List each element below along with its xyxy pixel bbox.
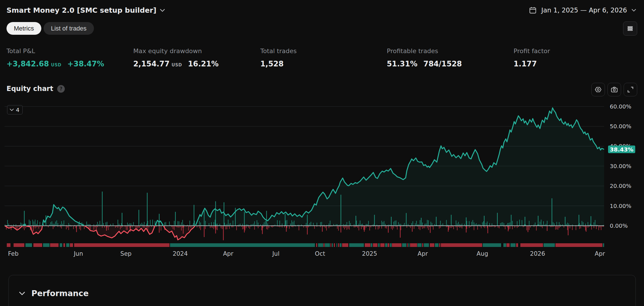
strip-short-segment [441, 243, 482, 247]
strip-long-segment [332, 243, 333, 247]
camera-icon [611, 86, 618, 93]
metric-total-trades: Total trades 1,528 [260, 47, 382, 68]
x-axis-label: 2024 [173, 250, 188, 257]
snapshot-button[interactable] [607, 83, 621, 96]
strip-short-segment [380, 243, 385, 247]
y-axis-label: 10.00% [610, 203, 631, 209]
tab-list-of-trades[interactable]: List of trades [44, 22, 94, 35]
strip-short-segment [7, 243, 10, 247]
strip-long-segment [60, 243, 63, 247]
x-axis-label: Jul [272, 250, 279, 257]
strip-short-segment [70, 243, 73, 247]
metric-unit: USD [51, 62, 61, 68]
metric-value: +3,842.68 [7, 60, 49, 68]
y-axis-label: 30.00% [610, 163, 631, 170]
chart-settings-button[interactable] [591, 83, 605, 96]
x-axis-label: 2026 [530, 250, 545, 257]
page-title: Smart Money 2.0 [SMC setup builder] [7, 6, 156, 14]
strip-long-segment [483, 243, 501, 247]
strip-long-segment [170, 243, 315, 247]
metric-label: Total trades [260, 47, 382, 55]
strip-short-segment [342, 243, 348, 247]
x-axis-label: Apr [418, 250, 428, 257]
equity-chart-header: Equity chart ? [7, 85, 65, 93]
metric-value: 1.177 [514, 60, 537, 68]
strip-long-segment [390, 243, 392, 247]
metric-value: 51.31% [387, 60, 417, 68]
strip-short-segment [422, 243, 423, 247]
strip-short-segment [388, 243, 389, 247]
y-axis-label: 60.00% [610, 103, 631, 110]
strip-short-segment [392, 243, 402, 247]
series-count-chip[interactable]: 4 [7, 105, 23, 114]
rows-menu-icon [627, 25, 634, 32]
date-range-label: Jan 1, 2025 — Apr 6, 2026 [541, 6, 627, 14]
strip-long-segment [603, 243, 604, 247]
strip-short-segment [14, 243, 24, 247]
performance-panel-title: Performance [31, 289, 89, 298]
x-axis-label: Apr [223, 250, 233, 257]
strip-long-segment [544, 243, 555, 247]
metric-unit: USD [171, 62, 182, 68]
x-axis-label: Apr [595, 250, 605, 257]
strip-short-segment [330, 243, 331, 247]
date-range-picker[interactable]: Jan 1, 2025 — Apr 6, 2026 [526, 5, 639, 16]
equity-chart-title: Equity chart [7, 85, 53, 93]
fullscreen-button[interactable] [624, 83, 637, 96]
strip-short-segment [334, 243, 335, 247]
y-axis-label: 50.00% [610, 123, 631, 130]
y-axis-label: 20.00% [610, 183, 631, 189]
help-icon[interactable]: ? [57, 85, 65, 93]
metric-profit-factor: Profit factor 1.177 [514, 47, 635, 68]
strip-short-segment [50, 243, 59, 247]
metric-secondary: 784/1528 [423, 60, 462, 68]
strip-long-segment [340, 243, 342, 247]
metric-max-drawdown: Max equity drawdown 2,154.77 USD 16.21% [133, 47, 255, 68]
x-axis-label: Sep [120, 250, 132, 257]
strip-long-segment [417, 243, 422, 247]
strip-short-segment [63, 243, 65, 247]
strip-short-segment [516, 243, 518, 247]
strip-short-segment [323, 243, 325, 247]
last-value-badge: 38.43% [608, 146, 635, 153]
metric-secondary: 16.21% [188, 60, 218, 68]
strip-long-segment [349, 243, 364, 247]
series-count-label: 4 [16, 107, 20, 113]
price-axis[interactable]: 60.00%50.00%40.00%30.00%20.00%10.00%0.00… [610, 102, 644, 242]
strip-short-segment [439, 243, 440, 247]
strip-long-segment [371, 243, 372, 247]
chart-toolbar [591, 83, 637, 96]
strip-short-segment [365, 243, 370, 247]
strip-long-segment [503, 243, 506, 247]
x-axis-label: Oct [315, 250, 325, 257]
strip-long-segment [402, 243, 406, 247]
fullscreen-icon [627, 86, 634, 93]
trade-direction-strip [5, 243, 604, 247]
strip-long-segment [408, 243, 409, 247]
strategy-title-dropdown[interactable]: Smart Money 2.0 [SMC setup builder] [7, 6, 165, 14]
strip-short-segment [520, 243, 543, 247]
strip-long-segment [43, 243, 50, 247]
strip-long-segment [424, 243, 429, 247]
strip-long-segment [336, 243, 337, 247]
strip-short-segment [506, 243, 510, 247]
tab-metrics[interactable]: Metrics [7, 22, 41, 35]
metric-secondary: +38.47% [67, 60, 104, 68]
performance-panel-header[interactable]: Performance [9, 275, 636, 298]
strip-long-segment [385, 243, 387, 247]
time-axis[interactable]: FebJunSep2024AprJulOct2025AprAug2026Apr [5, 250, 604, 258]
x-axis-label: 2025 [362, 250, 377, 257]
view-tabs: Metrics List of trades [7, 22, 94, 35]
metric-value: 2,154.77 [133, 60, 169, 68]
chevron-down-icon [160, 9, 165, 12]
strip-short-segment [338, 243, 339, 247]
strip-long-segment [510, 243, 516, 247]
metric-total-pnl: Total P&L +3,842.68 USD +38.47% [7, 47, 128, 68]
strip-long-segment [435, 243, 439, 247]
strip-short-segment [316, 243, 317, 247]
backtest-results-page: { "header": { "title": "Smart Money 2.0 … [0, 0, 644, 306]
strip-long-segment [318, 243, 323, 247]
metric-label: Total P&L [7, 47, 128, 55]
equity-chart-plot[interactable] [5, 102, 604, 242]
layout-menu-button[interactable] [623, 21, 637, 36]
